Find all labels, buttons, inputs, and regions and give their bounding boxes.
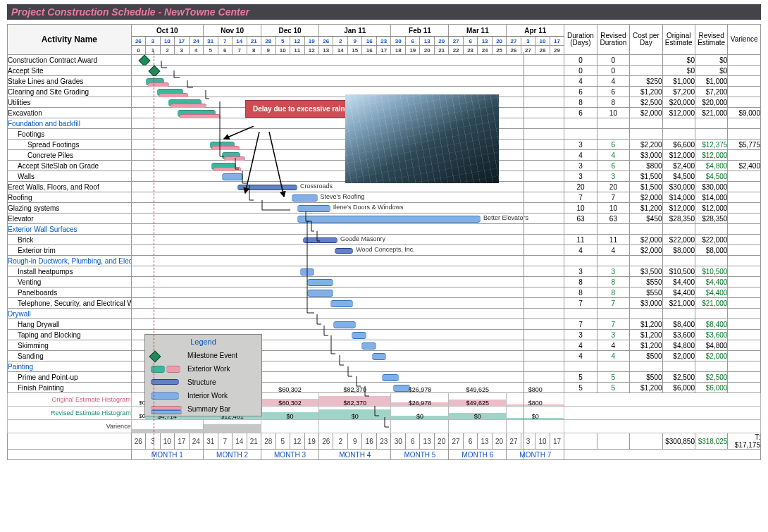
footer-date: 14 bbox=[233, 433, 247, 450]
histo-val: $800 bbox=[507, 386, 564, 393]
metric-duration: 3 bbox=[564, 266, 597, 277]
metric-cell bbox=[728, 319, 761, 330]
total-var: T: $17,175 bbox=[728, 433, 761, 450]
legend-label: Exterior Work bbox=[187, 365, 230, 373]
activity-name: Taping and Blocking bbox=[8, 330, 132, 340]
footer-date: 27 bbox=[449, 433, 463, 450]
hdr-week: 1 bbox=[146, 46, 160, 55]
footer-date: 30 bbox=[391, 433, 405, 450]
metric-rev-dur: 6 bbox=[597, 140, 629, 150]
activity-name: Telephone, Security, and Electrical Wiri… bbox=[8, 298, 132, 309]
hdr-date: 6 bbox=[463, 37, 477, 46]
metric-rev-est: $12,000 bbox=[695, 203, 727, 214]
metric-duration: 3 bbox=[564, 161, 597, 171]
metric-cell bbox=[728, 277, 761, 287]
hdr-date: 13 bbox=[420, 37, 434, 46]
metric-cell bbox=[630, 256, 662, 266]
activity-name: Footings bbox=[8, 129, 132, 140]
activity-name: Install heatpumps bbox=[8, 266, 132, 277]
histo-val: $49,625 bbox=[449, 386, 506, 393]
metric-rev-dur: 3 bbox=[597, 171, 629, 182]
bar-interior bbox=[307, 279, 333, 286]
histo-bar: $0 bbox=[507, 420, 564, 433]
metric-cell: $1,000 bbox=[662, 76, 695, 87]
metric-cell bbox=[695, 309, 727, 319]
histo-bar: $4,714 bbox=[131, 420, 203, 433]
metric-duration: 11 bbox=[564, 235, 597, 245]
hdr-activity: Activity Name bbox=[8, 25, 132, 55]
legend-swatch bbox=[151, 392, 182, 400]
activity-name: Roofing bbox=[8, 192, 132, 203]
hdr-cost_per_day: Cost per Day bbox=[630, 25, 662, 55]
metric-rev-dur: 7 bbox=[597, 192, 629, 203]
metric-rev-dur: 10 bbox=[597, 203, 629, 214]
metric-cell: $0 bbox=[662, 55, 695, 66]
metric-rev-est: $8,400 bbox=[695, 319, 727, 330]
hdr-week: 22 bbox=[449, 46, 463, 55]
histo-val: $26,978 bbox=[391, 386, 448, 393]
histo-val: $0 bbox=[319, 413, 390, 420]
metric-cell: $12,000 bbox=[662, 203, 695, 214]
hdr-date: 27 bbox=[507, 37, 521, 46]
metric-rev-est: $21,000 bbox=[695, 108, 727, 118]
histo-val: $0 bbox=[507, 413, 564, 420]
activity-name: Concrete Piles bbox=[8, 150, 132, 161]
bar-label: Goode Masonry bbox=[340, 235, 385, 242]
metric-rev-dur: 7 bbox=[597, 319, 629, 330]
hdr-date: 21 bbox=[247, 37, 261, 46]
metric-rev-dur: 20 bbox=[597, 182, 629, 192]
metric-cell bbox=[728, 266, 761, 277]
metric-cell: $4,500 bbox=[662, 171, 695, 182]
metric-cell bbox=[564, 224, 597, 235]
metric-rev-dur: 4 bbox=[597, 76, 629, 87]
metric-duration: 6 bbox=[564, 87, 597, 97]
footer-date: 3 bbox=[521, 433, 535, 450]
metric-cell bbox=[662, 129, 695, 140]
hdr-date: 5 bbox=[275, 37, 290, 46]
hdr-date: 10 bbox=[160, 37, 174, 46]
histo-val: $82,370 bbox=[319, 386, 390, 393]
metric-cell: $10,500 bbox=[662, 266, 695, 277]
metric-cell bbox=[728, 182, 761, 192]
hdr-date: 17 bbox=[550, 37, 564, 46]
footer-month: MONTH 5 bbox=[391, 450, 449, 460]
metric-cell bbox=[695, 224, 727, 235]
bar-structure bbox=[237, 185, 297, 190]
gantt-cell bbox=[131, 266, 564, 277]
metric-cell: $2,400 bbox=[728, 161, 761, 171]
hdr-duration: Duration (Days) bbox=[564, 25, 597, 55]
metric-duration: 63 bbox=[564, 214, 597, 224]
histo-bar: $0 bbox=[449, 420, 507, 433]
gantt-cell bbox=[131, 277, 564, 287]
hdr-date: 31 bbox=[204, 37, 218, 46]
histo-val: $800 bbox=[507, 400, 564, 407]
metric-cell: $9,000 bbox=[728, 108, 761, 118]
bar-structure bbox=[335, 248, 353, 254]
footer-date: 5 bbox=[275, 433, 290, 450]
footer-month: MONTH 1 bbox=[131, 450, 203, 460]
footer-spacer bbox=[8, 450, 132, 460]
hdr-week: 9 bbox=[261, 46, 275, 55]
bar-interior bbox=[372, 353, 386, 360]
metric-duration: 5 bbox=[564, 383, 597, 393]
metric-cell bbox=[630, 309, 662, 319]
metric-cell bbox=[597, 118, 629, 129]
metric-cell: $500 bbox=[630, 372, 662, 383]
metric-cell bbox=[662, 256, 695, 266]
metric-rev-est: $21,000 bbox=[695, 298, 727, 309]
footer-date: 17 bbox=[550, 433, 564, 450]
gantt-cell bbox=[131, 66, 564, 76]
metric-cell bbox=[630, 361, 662, 372]
histo-val: $0 bbox=[261, 413, 318, 420]
activity-name: Construction Contract Award bbox=[8, 55, 132, 66]
metric-cell: $550 bbox=[630, 287, 662, 298]
hdr-date: 24 bbox=[189, 37, 204, 46]
hdr-week: 2 bbox=[160, 46, 174, 55]
bar-label: Wood Concepts, Inc. bbox=[356, 246, 414, 253]
metric-cell bbox=[728, 118, 761, 129]
metric-cell bbox=[728, 214, 761, 224]
legend-swatch bbox=[151, 379, 182, 386]
metric-duration: 3 bbox=[564, 330, 597, 340]
bar-interior bbox=[382, 374, 399, 381]
activity-name: Exterior Wall Surfaces bbox=[8, 224, 132, 235]
